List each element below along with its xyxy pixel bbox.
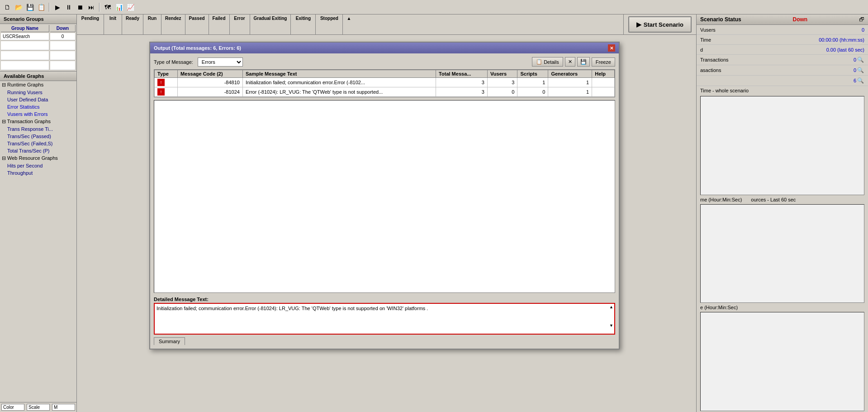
asactions-label: asactions xyxy=(700,67,854,73)
start-scenario-label: Start Scenario xyxy=(644,21,683,28)
save-button[interactable]: 💾 xyxy=(25,2,35,12)
scenario-groups-panel: Scenario Groups Group Name Down USCRSear… xyxy=(0,14,76,72)
table-row[interactable]: ! -81024 Error (-81024): LR_VUG: The 'QT… xyxy=(155,87,615,97)
freeze-button[interactable]: Freeze xyxy=(592,57,615,67)
error-icon-1: ! xyxy=(157,79,165,86)
error-table-container: Type Message Code (2) Sample Message Tex… xyxy=(154,69,615,97)
details-label: Details xyxy=(544,59,559,65)
vusers-label: Vusers xyxy=(700,27,862,33)
run-button[interactable]: ▶ xyxy=(52,2,62,12)
asactions-search-icon[interactable]: 🔍 xyxy=(856,66,864,74)
generators-header: Generators xyxy=(548,70,592,78)
export-button[interactable]: 📋 xyxy=(36,2,46,12)
vusers-cell-1: 3 xyxy=(487,78,517,87)
time-last-label: e (Hour:Min:Sec) xyxy=(697,304,868,311)
code-cell-2: -81024 xyxy=(178,87,243,97)
type-cell-1: ! xyxy=(155,78,178,87)
expand-icon-3: ⊟ xyxy=(2,155,6,161)
delete-icon: ✕ xyxy=(568,59,572,65)
save-output-button[interactable]: 💾 xyxy=(577,57,590,67)
modal-close-button[interactable]: ✕ xyxy=(608,44,615,52)
errors-row: 6 🔍 xyxy=(697,76,868,86)
exiting-header: Exiting xyxy=(291,14,316,34)
scenario-status-title: Scenario Status xyxy=(700,16,741,23)
error-table: Type Message Code (2) Sample Message Tex… xyxy=(154,70,615,97)
group-name-header: Group Name xyxy=(1,25,49,32)
scroll-down-btn[interactable]: ▼ xyxy=(609,323,613,328)
right-panel: Scenario Status Down 🗗 Vusers 0 Time 00:… xyxy=(696,14,868,412)
start-scenario-button[interactable]: ▶ Start Scenario xyxy=(628,16,692,33)
delete-button[interactable]: ✕ xyxy=(565,57,575,67)
expand-icon-2: ⊟ xyxy=(2,119,6,124)
generators-cell-1: 1 xyxy=(548,78,592,87)
new-button[interactable]: 🗋 xyxy=(2,2,12,12)
main-layout: Scenario Groups Group Name Down USCRSear… xyxy=(0,14,868,412)
trans-sec-passed-item[interactable]: Trans/Sec (Passed) xyxy=(0,133,76,140)
transaction-graphs-group[interactable]: ⊟ Transaction Graphs xyxy=(0,118,76,125)
type-cell-2: ! xyxy=(155,87,178,97)
available-graphs-panel: Available Graphs ⊟ Runtime Graphs Runnin… xyxy=(0,72,76,402)
table-row[interactable]: ! -84810 Initialization failed; communic… xyxy=(155,78,615,87)
table-row[interactable]: USCRSearch 0 xyxy=(1,33,76,40)
vusers-with-errors-item[interactable]: Vusers with Errors xyxy=(0,110,76,118)
scroll-header: ▲ xyxy=(343,14,355,34)
running-vusers-item[interactable]: Running Vusers xyxy=(0,89,76,96)
graph-area-1 xyxy=(700,96,864,195)
stopped-header: Stopped xyxy=(316,14,343,34)
detail-section: Detailed Message Text: Initialization fa… xyxy=(154,296,615,335)
web-resource-graphs-group[interactable]: ⊟ Web Resource Graphs xyxy=(0,154,76,162)
graph-area-3 xyxy=(700,312,864,411)
error-statistics-item[interactable]: Error Statistics xyxy=(0,103,76,110)
scroll-up-btn[interactable]: ▲ xyxy=(609,305,613,309)
time-value[interactable]: 00:00:00 (hh:mm:ss) xyxy=(819,37,864,43)
step-button[interactable]: ⏭ xyxy=(86,2,96,12)
details-button[interactable]: 📋 Details xyxy=(532,57,563,67)
trans-response-item[interactable]: Trans Response Ti... xyxy=(0,125,76,133)
rendez-header: Rendez xyxy=(161,14,185,34)
d-value[interactable]: 0.00 (last 60 sec) xyxy=(826,47,864,53)
output-modal: Output (Total messages: 6, Errors: 6) ✕ … xyxy=(149,42,620,350)
toolbar: 🗋 📂 💾 📋 ▶ ⏸ ⏹ ⏭ 🗺 📊 📈 xyxy=(0,0,868,14)
throughput-item[interactable]: Throughput xyxy=(0,169,76,177)
summary-tab-bar: Summary xyxy=(154,337,615,345)
expand-icon: ⊟ xyxy=(2,82,6,87)
user-defined-data-item[interactable]: User Defined Data xyxy=(0,96,76,103)
trans-sec-failed-item[interactable]: Trans/Sec (Failed,S) xyxy=(0,140,76,147)
resources-label: ources - Last 60 sec xyxy=(751,197,796,202)
freeze-label: Freeze xyxy=(596,59,611,65)
map2-button[interactable]: 📊 xyxy=(114,2,124,12)
total-trans-item[interactable]: Total Trans/Sec (P) xyxy=(0,147,76,154)
m-label[interactable]: M xyxy=(52,404,75,411)
down-cell: 0 xyxy=(50,33,76,40)
modal-buttons: 📋 Details ✕ 💾 Freeze xyxy=(532,57,615,67)
map3-button[interactable]: 📈 xyxy=(125,2,135,12)
vusers-value[interactable]: 0 xyxy=(862,27,864,33)
runtime-graphs-group[interactable]: ⊟ Runtime Graphs xyxy=(0,81,76,89)
open-button[interactable]: 📂 xyxy=(14,2,24,12)
type-of-message-select[interactable]: All Errors Warnings Info xyxy=(198,57,243,67)
d-row: d 0.00 (last 60 sec) xyxy=(697,45,868,55)
restore-icon[interactable]: 🗗 xyxy=(859,16,864,23)
transactions-search-icon[interactable]: 🔍 xyxy=(856,56,864,64)
empty-row-1 xyxy=(1,41,76,50)
errors-search-icon[interactable]: 🔍 xyxy=(856,77,864,85)
hits-per-second-item[interactable]: Hits per Second xyxy=(0,162,76,169)
asactions-row: asactions 0 🔍 xyxy=(697,65,868,76)
scenario-status-header: Scenario Status Down 🗗 xyxy=(697,14,868,25)
scripts-header: Scripts xyxy=(517,70,548,78)
empty-row-3 xyxy=(1,61,76,70)
summary-tab[interactable]: Summary xyxy=(154,337,185,345)
time-label-graph: me (Hour:Min:Sec) xyxy=(700,197,742,202)
message-cell-1: Initialization failed; communication err… xyxy=(242,78,436,87)
total-cell-2: 3 xyxy=(436,87,488,97)
modal-titlebar: Output (Total messages: 6, Errors: 6) ✕ xyxy=(150,43,619,53)
scenario-status-value: Down xyxy=(793,16,808,23)
scale-label[interactable]: Scale xyxy=(27,404,50,411)
scenario-groups-header: Scenario Groups xyxy=(0,14,76,24)
total-cell-1: 3 xyxy=(436,78,488,87)
color-label[interactable]: Color xyxy=(1,404,24,411)
stop-button[interactable]: ⏹ xyxy=(75,2,85,12)
pause-button[interactable]: ⏸ xyxy=(64,2,74,12)
map1-button[interactable]: 🗺 xyxy=(103,2,113,12)
help-cell-2 xyxy=(592,87,615,97)
